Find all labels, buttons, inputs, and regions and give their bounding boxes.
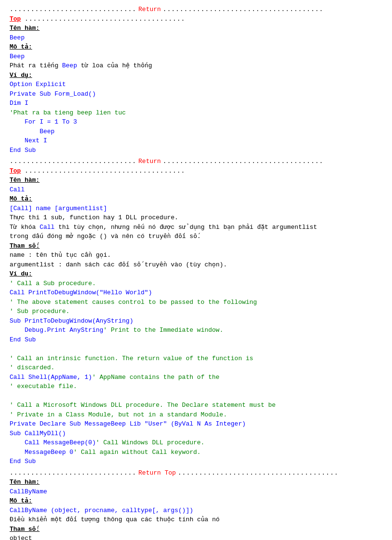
- ten-ham-label-2: Tên hàm:: [10, 176, 39, 184]
- cc-comment-9: ' Call a Microsoft Windows DLL procedure…: [10, 402, 276, 409]
- dots-5: ......................................: [163, 157, 323, 166]
- cbn-tham-so-label: Tham số:: [10, 525, 382, 534]
- cbn-param-1: object: [10, 534, 382, 540]
- vi-du-label-1: Ví dụ:: [10, 72, 32, 79]
- cbn-ten-ham-value: CallByName: [10, 487, 382, 497]
- dim-i: Dim I: [10, 100, 28, 107]
- beep-top-link[interactable]: Top ....................................…: [10, 14, 382, 24]
- cc-line-11: ' executable file.: [10, 382, 382, 391]
- cc-comment-6: ' discarded.: [10, 364, 55, 371]
- code-line-1: Option Explicit: [10, 80, 382, 89]
- code-line-6: Beep: [10, 127, 382, 137]
- end-sub-1: End Sub: [10, 147, 36, 154]
- top-link-1[interactable]: Top: [10, 15, 21, 23]
- call-mo-ta-label: Mô tả:: [10, 194, 382, 204]
- beep-code: Option Explicit Private Sub Form_Load() …: [10, 80, 382, 155]
- cc-private-declare: Private Declare Sub MessageBeep Lib "Use…: [10, 420, 245, 427]
- code-line-7: Next I: [10, 136, 382, 146]
- cbn-syntax: CallByName (object, procname, calltype[,…: [10, 507, 193, 514]
- code-line-3: Dim I: [10, 99, 382, 108]
- dots-8: ......................................: [178, 468, 338, 478]
- cc-call-stmt: Call PrintToDebugWindow("Hello World"): [10, 289, 152, 296]
- call-top-link[interactable]: Top ....................................…: [10, 166, 382, 176]
- cc-call-msgbeep: Call MessageBeep(0): [10, 439, 96, 446]
- cc-comment-3: ' Sub procedure.: [10, 308, 70, 315]
- cc-line-2: Call PrintToDebugWindow("Hello World"): [10, 288, 382, 298]
- beep-ten-ham-label: Tên hàm:: [10, 24, 382, 33]
- tham-so-label-2: Tham số:: [10, 526, 39, 533]
- cc-comment-8: ' executable file.: [10, 383, 77, 390]
- dots-6: ......................................: [24, 167, 185, 175]
- cc-line-1: ' Call a Sub procedure.: [10, 279, 382, 289]
- cc-line-15: Sub CallMyDll(): [10, 429, 382, 439]
- cc-line-8: ' Call an intrinsic function. The return…: [10, 354, 382, 364]
- call-ten-ham-label: Tên hàm:: [10, 176, 382, 185]
- option-explicit: Option Explicit: [10, 81, 66, 88]
- beep-ten-ham-value: Beep: [10, 33, 382, 43]
- call-name: Call: [10, 186, 24, 193]
- ten-ham-label-1: Tên hàm:: [10, 25, 39, 32]
- code-line-4: 'Phat ra ba tieng beep lien tuc: [10, 108, 382, 118]
- call-tham-so-args: argumentlist : danh sách các đối số truy…: [10, 260, 382, 270]
- beep-mo-ta-value-2: Phát ra tiếng Beep từ loa của hệ thống: [10, 61, 382, 71]
- cc-comment-7: ' AppName contains the path of the: [92, 374, 220, 381]
- cc-msgbeep-nokw: MessageBeep 0: [10, 449, 74, 456]
- cc-line-16: Call MessageBeep(0)' Call Windows DLL pr…: [10, 438, 382, 448]
- return-top-label[interactable]: Return Top: [138, 468, 176, 478]
- cc-line-5: Sub PrintToDebugWindow(AnyString): [10, 316, 382, 326]
- callbyname-name: CallByName: [10, 488, 47, 495]
- call-keyword: Call: [39, 224, 54, 231]
- code-line-8: End Sub: [10, 146, 382, 155]
- beep-stmt: Beep: [10, 128, 55, 135]
- cc-line-blank-2: [10, 391, 382, 401]
- cc-sub-def: Sub PrintToDebugWindow(AnyString): [10, 317, 133, 325]
- beep-vi-du-label: Ví dụ:: [10, 71, 382, 80]
- cbn-mo-ta-label: Mô tả:: [10, 496, 382, 506]
- cc-line-13: ' Private in a Class Module, but not in …: [10, 410, 382, 420]
- ten-ham-value-1: Beep: [10, 34, 24, 41]
- beep-mo-ta-value-1: Beep: [10, 52, 382, 62]
- cbn-params: object Tên đối tượng procname Tên thuộc …: [10, 534, 382, 540]
- cc-line-17: MessageBeep 0' Call again without Call k…: [10, 448, 382, 457]
- mo-ta-label-1: Mô tả:: [10, 43, 32, 50]
- return-top-nav: .............................. Return To…: [10, 468, 382, 478]
- vi-du-label-2: Ví dụ:: [10, 270, 32, 277]
- cc-line-12: ' Call a Microsoft Windows DLL procedure…: [10, 401, 382, 410]
- cc-comment-4: ' Print to the Immediate window.: [103, 327, 223, 334]
- cc-line-10: Call Shell(AppName, 1)' AppName contains…: [10, 373, 382, 382]
- call-tham-so-name: name : tên thủ tục cần gọi.: [10, 251, 382, 260]
- cc-line-blank-1: [10, 344, 382, 354]
- cbn-mo-ta-line-2: Điều khiển một đối tượng thông qua các t…: [10, 515, 382, 525]
- dots-7: ..............................: [10, 468, 136, 478]
- call-mo-ta-line-3: Từ khóa Call thì tùy chọn, nhưng nếu nó …: [10, 223, 382, 232]
- mo-ta-label-2: Mô tả:: [10, 195, 32, 202]
- dots-2: ......................................: [163, 5, 323, 14]
- cc-line-14: Private Declare Sub MessageBeep Lib "Use…: [10, 419, 382, 429]
- beep-keyword: Beep: [62, 62, 77, 69]
- cc-line-7: End Sub: [10, 335, 382, 345]
- call-ten-ham-value: Call: [10, 185, 382, 195]
- beep-nav-top: .............................. Return ..…: [10, 5, 382, 14]
- code-line-2: Private Sub Form_Load(): [10, 89, 382, 99]
- private-sub: Private Sub Form_Load(): [10, 90, 96, 98]
- call-code: ' Call a Sub procedure. Call PrintToDebu…: [10, 279, 382, 466]
- cc-line-9: ' discarded.: [10, 363, 382, 373]
- beep-name: Beep: [10, 53, 24, 60]
- cc-debug-print: Debug.Print AnyString: [10, 327, 103, 334]
- return-label-2[interactable]: Return: [138, 157, 161, 166]
- dots-4: ..............................: [10, 157, 136, 166]
- call-nav-top: .............................. Return ..…: [10, 157, 382, 166]
- call-tham-so-label: Tham số:: [10, 241, 382, 251]
- top-link-2[interactable]: Top: [10, 167, 21, 175]
- cc-line-3: ' The above statement causes control to …: [10, 298, 382, 307]
- code-line-5: For I = 1 To 3: [10, 117, 382, 127]
- comment-1: 'Phat ra ba tieng beep lien tuc: [10, 109, 126, 116]
- cc-call-shell: Call Shell(AppName, 1): [10, 374, 92, 381]
- cc-line-18: End Sub: [10, 457, 382, 466]
- mo-ta-label-3: Mô tả:: [10, 497, 32, 504]
- call-mo-ta-line-1: [Call] name [argumentlist]: [10, 204, 382, 213]
- cc-sub-calldll: Sub CallMyDll(): [10, 430, 66, 437]
- call-mo-ta-line-4: trong dấu đóng mở ngoặc () và nên có tru…: [10, 232, 382, 241]
- return-label-1[interactable]: Return: [138, 5, 161, 14]
- call-vi-du-label: Ví dụ:: [10, 269, 382, 279]
